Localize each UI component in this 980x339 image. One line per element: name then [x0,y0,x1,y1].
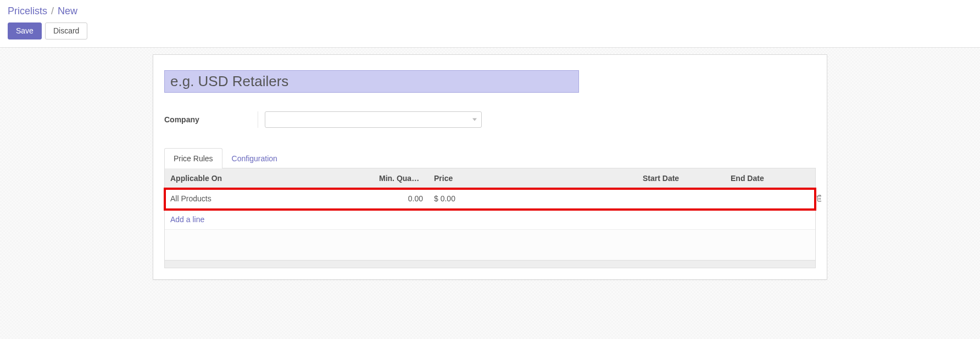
page-header: Pricelists / New Save Discard [0,0,980,48]
company-field: Company [164,111,816,128]
tab-configuration[interactable]: Configuration [222,148,287,168]
content-area: Company Price Rules Configuration Applic… [0,48,980,339]
horizontal-scrollbar[interactable] [164,261,816,268]
company-label: Company [164,115,258,124]
cell-min-quantity: 0.00 [374,189,428,208]
breadcrumb-current: New [58,5,77,16]
action-buttons: Save Discard [8,22,972,39]
col-price: Price [428,168,637,188]
discard-button[interactable]: Discard [45,22,87,39]
cell-start-date [637,193,725,204]
tab-price-rules[interactable]: Price Rules [164,148,222,168]
breadcrumb-parent[interactable]: Pricelists [8,5,47,16]
company-select[interactable] [265,111,482,128]
table-footer [164,230,816,261]
col-start-date: Start Date [637,168,725,188]
breadcrumb-separator: / [51,5,54,16]
pricelist-name-input[interactable] [164,70,579,93]
table-header: Applicable On Min. Quanti… Price Start D… [164,168,816,189]
cell-actions [810,189,821,209]
save-button[interactable]: Save [8,22,42,39]
add-line-link[interactable]: Add a line [170,215,204,224]
cell-applicable-on: All Products [165,189,374,208]
tabs: Price Rules Configuration [164,148,816,168]
trash-icon[interactable] [816,194,821,204]
company-control [265,111,482,128]
col-min-quantity: Min. Quanti… [374,168,428,188]
table-row[interactable]: All Products 0.00 $ 0.00 [165,189,815,210]
col-end-date: End Date [725,168,810,188]
add-line-row: Add a line [165,210,815,230]
cell-price: $ 0.00 [428,189,637,208]
col-applicable-on: Applicable On [165,168,374,188]
breadcrumb: Pricelists / New [8,5,972,17]
table-body: All Products 0.00 $ 0.00 [164,189,816,230]
cell-end-date [725,193,810,204]
col-actions [810,168,821,188]
price-rules-panel: Applicable On Min. Quanti… Price Start D… [164,168,816,268]
form-sheet: Company Price Rules Configuration Applic… [153,54,827,280]
chevron-down-icon [472,118,477,121]
field-divider [258,111,258,128]
